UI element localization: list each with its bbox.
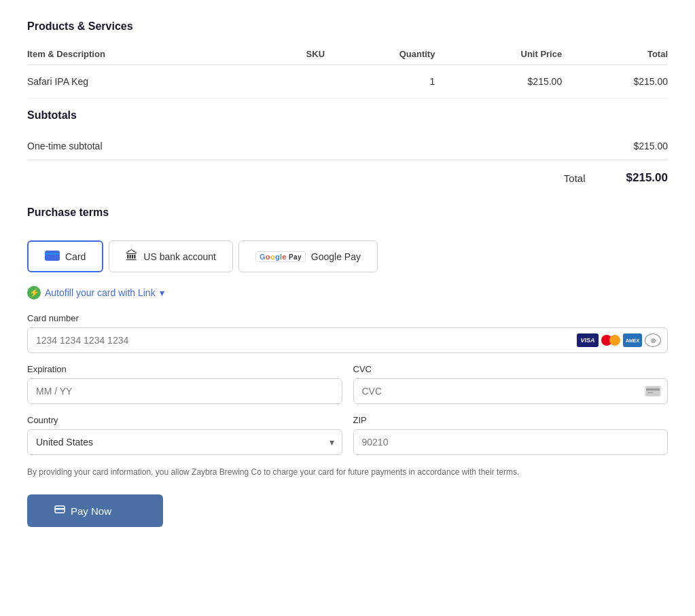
diners-icon: ◎	[645, 333, 661, 347]
country-select-wrapper: United States Canada United Kingdom Aust…	[27, 429, 342, 455]
tab-bank[interactable]: 🏛 US bank account	[109, 240, 233, 272]
products-table: Item & Description SKU Quantity Unit Pri…	[27, 43, 668, 98]
subtotals-title: Subtotals	[27, 109, 668, 122]
cvc-label: CVC	[353, 364, 669, 374]
tab-gpay[interactable]: Google Pay Google Pay	[238, 240, 378, 272]
products-section: Products & Services Item & Description S…	[27, 20, 668, 98]
tab-bank-label: US bank account	[143, 251, 216, 262]
col-header-unit-price: Unit Price	[435, 43, 562, 65]
visa-icon: VISA	[577, 333, 599, 347]
total-label: Total	[564, 173, 586, 184]
pay-icon	[54, 504, 65, 518]
mastercard-icon	[601, 333, 620, 347]
zip-input[interactable]	[353, 429, 669, 455]
purchase-terms-section: Purchase terms	[27, 206, 668, 219]
one-time-value: $215.00	[633, 141, 668, 151]
col-header-sku: SKU	[268, 43, 325, 65]
cvc-input[interactable]	[353, 378, 669, 404]
svg-rect-2	[646, 386, 660, 396]
zip-label: ZIP	[353, 415, 669, 425]
total-row: Total $215.00	[27, 160, 668, 196]
zip-group: ZIP	[353, 415, 669, 455]
one-time-label: One-time subtotal	[27, 141, 103, 151]
purchase-terms-title: Purchase terms	[27, 206, 668, 219]
svg-rect-0	[45, 251, 60, 261]
cvc-card-icon	[645, 386, 661, 397]
pay-now-button[interactable]: Pay Now	[27, 494, 163, 527]
svg-rect-4	[647, 392, 653, 393]
products-title: Products & Services	[27, 20, 668, 33]
one-time-subtotal-row: One-time subtotal $215.00	[27, 132, 668, 160]
svg-rect-3	[646, 388, 660, 391]
bank-icon: 🏛	[126, 249, 138, 264]
card-brand-icons: VISA AMEX ◎	[577, 333, 661, 347]
payment-tabs: Card 🏛 US bank account Google Pay Google…	[27, 240, 668, 272]
subtotals-section: Subtotals One-time subtotal $215.00 Tota…	[27, 109, 668, 196]
total-amount: $215.00	[626, 171, 668, 185]
cvc-input-wrapper	[353, 378, 669, 404]
card-number-label: Card number	[27, 313, 668, 323]
svg-rect-1	[45, 253, 60, 255]
pay-now-label: Pay Now	[71, 505, 111, 517]
country-label: Country	[27, 415, 342, 425]
cvc-group: CVC	[353, 364, 669, 404]
row-total: $215.00	[562, 65, 668, 98]
row-sku	[268, 65, 325, 98]
expiration-input[interactable]	[27, 378, 342, 404]
tab-card-label: Card	[65, 251, 86, 262]
tab-gpay-label: Google Pay	[311, 251, 361, 262]
country-zip-row: Country United States Canada United King…	[27, 415, 668, 455]
row-quantity: 1	[325, 65, 435, 98]
card-icon	[45, 251, 60, 263]
col-header-item: Item & Description	[27, 43, 268, 65]
link-icon: ⚡	[27, 286, 41, 300]
card-number-input-wrapper: VISA AMEX ◎	[27, 327, 668, 353]
gpay-icon: Google Pay	[255, 251, 306, 262]
row-unit-price: $215.00	[435, 65, 562, 98]
tab-card[interactable]: Card	[27, 240, 103, 272]
autofill-label: Autofill your card with Link	[45, 287, 156, 298]
chevron-down-icon: ▾	[160, 287, 164, 298]
autofill-link[interactable]: ⚡ Autofill your card with Link ▾	[27, 286, 668, 300]
expiration-label: Expiration	[27, 364, 342, 374]
row-item: Safari IPA Keg	[27, 65, 268, 98]
disclaimer-text: By providing your card information, you …	[27, 466, 668, 478]
country-group: Country United States Canada United King…	[27, 415, 342, 455]
card-number-group: Card number VISA AMEX ◎	[27, 313, 668, 353]
expiration-group: Expiration	[27, 364, 342, 404]
country-select[interactable]: United States Canada United Kingdom Aust…	[27, 429, 342, 455]
amex-icon: AMEX	[623, 333, 642, 347]
card-number-input[interactable]	[27, 327, 668, 353]
col-header-total: Total	[562, 43, 668, 65]
exp-cvc-row: Expiration CVC	[27, 364, 668, 404]
table-row: Safari IPA Keg 1 $215.00 $215.00	[27, 65, 668, 98]
svg-rect-6	[55, 508, 65, 510]
col-header-quantity: Quantity	[325, 43, 435, 65]
